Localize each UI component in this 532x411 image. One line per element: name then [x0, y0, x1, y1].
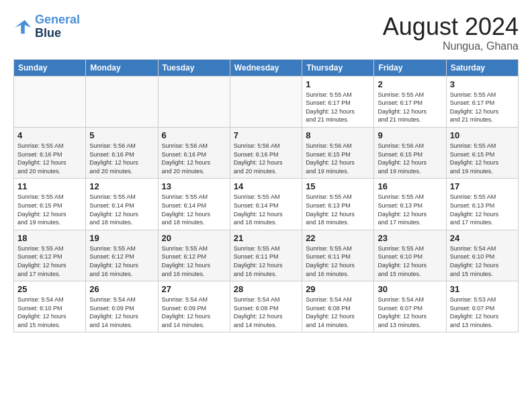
day-number: 9: [378, 130, 442, 140]
day-number: 17: [450, 181, 515, 191]
day-number: 27: [162, 284, 226, 294]
day-number: 5: [89, 130, 154, 140]
day-number: 14: [234, 181, 298, 191]
day-info: Sunrise: 5:55 AM Sunset: 6:15 PM Dayligh…: [450, 142, 515, 175]
day-info: Sunrise: 5:54 AM Sunset: 6:08 PM Dayligh…: [234, 295, 298, 329]
day-info: Sunrise: 5:55 AM Sunset: 6:16 PM Dayligh…: [17, 142, 82, 175]
calendar-cell: 22Sunrise: 5:55 AM Sunset: 6:11 PM Dayli…: [302, 230, 374, 281]
calendar-cell: 16Sunrise: 5:55 AM Sunset: 6:13 PM Dayli…: [374, 179, 446, 230]
day-info: Sunrise: 5:55 AM Sunset: 6:12 PM Dayligh…: [17, 244, 82, 278]
calendar-cell: [14, 76, 86, 127]
calendar-cell: 8Sunrise: 5:56 AM Sunset: 6:15 PM Daylig…: [302, 127, 374, 178]
logo-icon: [13, 17, 32, 36]
calendar-cell: [230, 76, 302, 127]
day-info: Sunrise: 5:54 AM Sunset: 6:10 PM Dayligh…: [450, 244, 515, 278]
calendar-header-wednesday: Wednesday: [230, 59, 302, 76]
logo: General Blue: [13, 13, 80, 40]
day-info: Sunrise: 5:55 AM Sunset: 6:17 PM Dayligh…: [306, 91, 370, 124]
day-info: Sunrise: 5:55 AM Sunset: 6:10 PM Dayligh…: [378, 244, 442, 278]
day-number: 10: [450, 130, 515, 140]
calendar-cell: 28Sunrise: 5:54 AM Sunset: 6:08 PM Dayli…: [230, 281, 302, 332]
day-number: 19: [89, 233, 154, 243]
calendar-cell: 21Sunrise: 5:55 AM Sunset: 6:11 PM Dayli…: [230, 230, 302, 281]
day-number: 22: [306, 233, 370, 243]
calendar-cell: 13Sunrise: 5:55 AM Sunset: 6:14 PM Dayli…: [158, 179, 230, 230]
day-number: 21: [234, 233, 298, 243]
day-number: 25: [17, 284, 82, 294]
page-header: General Blue August 2024 Nungua, Ghana: [13, 13, 519, 52]
calendar-week-5: 25Sunrise: 5:54 AM Sunset: 6:10 PM Dayli…: [14, 281, 519, 332]
day-number: 13: [162, 181, 226, 191]
day-info: Sunrise: 5:55 AM Sunset: 6:13 PM Dayligh…: [378, 193, 442, 226]
day-info: Sunrise: 5:56 AM Sunset: 6:16 PM Dayligh…: [234, 142, 298, 175]
calendar-week-4: 18Sunrise: 5:55 AM Sunset: 6:12 PM Dayli…: [14, 230, 519, 281]
day-info: Sunrise: 5:54 AM Sunset: 6:07 PM Dayligh…: [378, 295, 442, 329]
calendar-cell: 12Sunrise: 5:55 AM Sunset: 6:14 PM Dayli…: [86, 179, 158, 230]
day-number: 26: [89, 284, 154, 294]
calendar-cell: 17Sunrise: 5:55 AM Sunset: 6:13 PM Dayli…: [446, 179, 518, 230]
day-number: 18: [17, 233, 82, 243]
day-info: Sunrise: 5:54 AM Sunset: 6:09 PM Dayligh…: [162, 295, 226, 329]
calendar-cell: 3Sunrise: 5:55 AM Sunset: 6:17 PM Daylig…: [446, 76, 518, 127]
day-number: 12: [89, 181, 154, 191]
day-info: Sunrise: 5:55 AM Sunset: 6:12 PM Dayligh…: [89, 244, 154, 278]
calendar-cell: 6Sunrise: 5:56 AM Sunset: 6:16 PM Daylig…: [158, 127, 230, 178]
calendar-cell: 5Sunrise: 5:56 AM Sunset: 6:16 PM Daylig…: [86, 127, 158, 178]
calendar-week-3: 11Sunrise: 5:55 AM Sunset: 6:15 PM Dayli…: [14, 179, 519, 230]
day-info: Sunrise: 5:56 AM Sunset: 6:15 PM Dayligh…: [378, 142, 442, 175]
day-info: Sunrise: 5:55 AM Sunset: 6:11 PM Dayligh…: [234, 244, 298, 278]
day-info: Sunrise: 5:55 AM Sunset: 6:17 PM Dayligh…: [378, 91, 442, 124]
day-number: 15: [306, 181, 370, 191]
day-info: Sunrise: 5:55 AM Sunset: 6:11 PM Dayligh…: [306, 244, 370, 278]
calendar-cell: 30Sunrise: 5:54 AM Sunset: 6:07 PM Dayli…: [374, 281, 446, 332]
calendar-header-monday: Monday: [86, 59, 158, 76]
day-number: 20: [162, 233, 226, 243]
calendar-header-thursday: Thursday: [302, 59, 374, 76]
calendar-cell: [86, 76, 158, 127]
calendar-cell: [158, 76, 230, 127]
calendar-cell: 31Sunrise: 5:53 AM Sunset: 6:07 PM Dayli…: [446, 281, 518, 332]
calendar-cell: 25Sunrise: 5:54 AM Sunset: 6:10 PM Dayli…: [14, 281, 86, 332]
svg-marker-0: [15, 20, 31, 34]
calendar-cell: 26Sunrise: 5:54 AM Sunset: 6:09 PM Dayli…: [86, 281, 158, 332]
month-year: August 2024: [383, 13, 519, 40]
calendar-week-1: 1Sunrise: 5:55 AM Sunset: 6:17 PM Daylig…: [14, 76, 519, 127]
calendar-cell: 10Sunrise: 5:55 AM Sunset: 6:15 PM Dayli…: [446, 127, 518, 178]
day-number: 16: [378, 181, 442, 191]
calendar-cell: 4Sunrise: 5:55 AM Sunset: 6:16 PM Daylig…: [14, 127, 86, 178]
title-block: August 2024 Nungua, Ghana: [383, 13, 519, 52]
calendar-cell: 7Sunrise: 5:56 AM Sunset: 6:16 PM Daylig…: [230, 127, 302, 178]
day-number: 23: [378, 233, 442, 243]
calendar-body: 1Sunrise: 5:55 AM Sunset: 6:17 PM Daylig…: [14, 76, 519, 332]
calendar-header-sunday: Sunday: [14, 59, 86, 76]
day-info: Sunrise: 5:56 AM Sunset: 6:15 PM Dayligh…: [306, 142, 370, 175]
day-number: 2: [378, 79, 442, 89]
calendar-cell: 9Sunrise: 5:56 AM Sunset: 6:15 PM Daylig…: [374, 127, 446, 178]
calendar-cell: 1Sunrise: 5:55 AM Sunset: 6:17 PM Daylig…: [302, 76, 374, 127]
day-info: Sunrise: 5:56 AM Sunset: 6:16 PM Dayligh…: [162, 142, 226, 175]
day-info: Sunrise: 5:55 AM Sunset: 6:12 PM Dayligh…: [162, 244, 226, 278]
day-number: 8: [306, 130, 370, 140]
day-number: 11: [17, 181, 82, 191]
calendar-cell: 14Sunrise: 5:55 AM Sunset: 6:14 PM Dayli…: [230, 179, 302, 230]
calendar-cell: 23Sunrise: 5:55 AM Sunset: 6:10 PM Dayli…: [374, 230, 446, 281]
location: Nungua, Ghana: [383, 40, 519, 52]
calendar-cell: 20Sunrise: 5:55 AM Sunset: 6:12 PM Dayli…: [158, 230, 230, 281]
calendar-cell: 15Sunrise: 5:55 AM Sunset: 6:13 PM Dayli…: [302, 179, 374, 230]
calendar-table: SundayMondayTuesdayWednesdayThursdayFrid…: [13, 59, 519, 333]
day-number: 4: [17, 130, 82, 140]
logo-text: General Blue: [35, 13, 80, 40]
day-number: 6: [162, 130, 226, 140]
calendar-cell: 27Sunrise: 5:54 AM Sunset: 6:09 PM Dayli…: [158, 281, 230, 332]
day-info: Sunrise: 5:55 AM Sunset: 6:17 PM Dayligh…: [450, 91, 515, 124]
calendar-header-saturday: Saturday: [446, 59, 518, 76]
day-number: 24: [450, 233, 515, 243]
day-info: Sunrise: 5:55 AM Sunset: 6:14 PM Dayligh…: [162, 193, 226, 226]
calendar-cell: 29Sunrise: 5:54 AM Sunset: 6:08 PM Dayli…: [302, 281, 374, 332]
calendar-week-2: 4Sunrise: 5:55 AM Sunset: 6:16 PM Daylig…: [14, 127, 519, 178]
day-number: 3: [450, 79, 515, 89]
day-info: Sunrise: 5:53 AM Sunset: 6:07 PM Dayligh…: [450, 295, 515, 329]
calendar-cell: 11Sunrise: 5:55 AM Sunset: 6:15 PM Dayli…: [14, 179, 86, 230]
day-info: Sunrise: 5:55 AM Sunset: 6:13 PM Dayligh…: [306, 193, 370, 226]
day-number: 1: [306, 79, 370, 89]
